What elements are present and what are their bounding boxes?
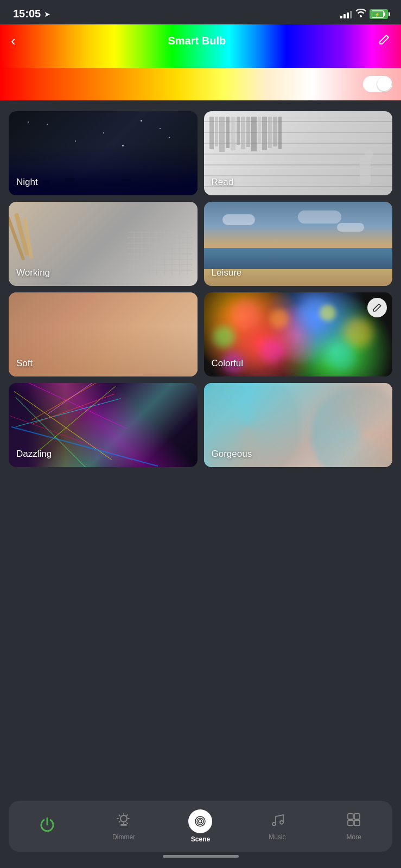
gorgeous-label: Gorgeous [212, 449, 252, 459]
leisure-label: Leisure [212, 267, 242, 278]
colorful-edit-fab[interactable] [367, 298, 387, 317]
wifi-icon [355, 9, 366, 20]
night-label: Night [16, 177, 38, 188]
toggle-thumb [377, 77, 391, 91]
more-icon [346, 812, 361, 831]
nav-bar: ‹ Smart Bulb [0, 24, 401, 57]
rainbow-header: ‹ Smart Bulb [0, 24, 401, 68]
status-icons: ⚡ [340, 9, 388, 20]
location-icon: ➤ [44, 10, 50, 18]
scene-active-bg [188, 809, 212, 833]
scene-card-gorgeous[interactable]: Gorgeous [204, 383, 393, 467]
tab-bar-container: Dimmer Scene [9, 801, 392, 852]
status-time: 15:05 [13, 8, 41, 20]
svg-rect-5 [120, 824, 127, 826]
music-icon [270, 812, 285, 831]
tab-scene[interactable]: Scene [179, 807, 222, 845]
status-bar: 15:05 ➤ ⚡ [0, 0, 401, 24]
page-title: Smart Bulb [168, 35, 226, 47]
back-button[interactable]: ‹ [11, 33, 16, 49]
read-label: Read [212, 177, 234, 188]
color-bar [0, 68, 401, 100]
dimmer-label: Dimmer [112, 833, 135, 841]
svg-rect-12 [354, 814, 360, 819]
tab-more[interactable]: More [332, 810, 375, 843]
home-indicator-bar [163, 855, 239, 858]
scene-card-read[interactable]: Read [204, 111, 393, 195]
dimmer-icon [116, 812, 131, 831]
more-label: More [347, 833, 361, 841]
tab-bar-wrapper: Dimmer Scene [0, 794, 401, 868]
working-label: Working [16, 267, 50, 278]
edit-button[interactable] [378, 34, 390, 48]
music-label: Music [269, 833, 285, 841]
svg-rect-13 [348, 820, 353, 826]
soft-label: Soft [16, 358, 33, 369]
svg-rect-14 [354, 820, 360, 826]
scene-card-leisure[interactable]: Leisure [204, 202, 393, 286]
scene-label-tab: Scene [191, 835, 210, 843]
scene-card-working[interactable]: Working [9, 202, 198, 286]
power-icon [39, 816, 56, 837]
signal-bars [340, 10, 352, 18]
svg-point-4 [120, 815, 127, 822]
svg-rect-1 [384, 12, 385, 16]
dazzling-label: Dazzling [16, 449, 52, 459]
colorful-label: Colorful [212, 358, 244, 369]
scene-card-dazzling[interactable]: Dazzling [9, 383, 198, 467]
battery-icon: ⚡ [370, 9, 388, 19]
home-indicator [0, 852, 401, 863]
scene-card-night[interactable]: Night [9, 111, 198, 195]
tab-power[interactable] [26, 814, 69, 839]
tab-music[interactable]: Music [256, 810, 299, 843]
soft-bg [9, 292, 198, 376]
svg-point-7 [197, 818, 203, 825]
scene-grid: Night [9, 111, 392, 467]
scene-card-colorful[interactable]: Colorful [204, 292, 393, 376]
tab-dimmer[interactable]: Dimmer [102, 810, 145, 843]
svg-point-9 [272, 822, 276, 826]
svg-rect-11 [348, 814, 353, 819]
svg-point-8 [199, 820, 202, 823]
tab-bar: Dimmer Scene [9, 807, 392, 845]
main-content: Night [0, 100, 401, 565]
svg-text:⚡: ⚡ [374, 12, 380, 17]
scene-card-soft[interactable]: Soft [9, 292, 198, 376]
power-toggle[interactable] [363, 76, 392, 92]
